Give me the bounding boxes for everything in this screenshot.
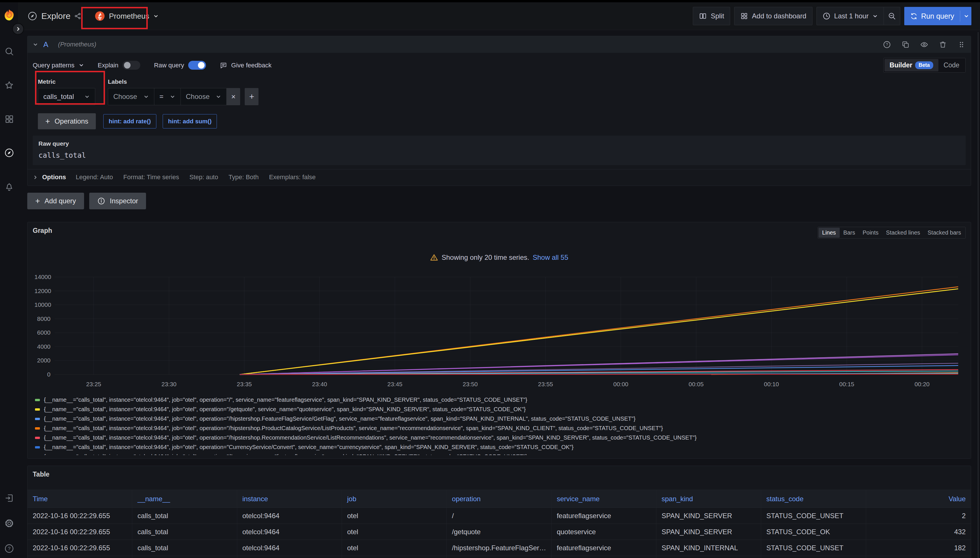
legend-item[interactable]: {__name__="calls_total", instance="otelc… bbox=[35, 452, 966, 455]
grafana-logo[interactable] bbox=[3, 8, 15, 21]
share-shortlink-button[interactable] bbox=[74, 12, 82, 20]
chevron-down-icon bbox=[143, 94, 149, 100]
graph-mode-bars[interactable]: Bars bbox=[840, 228, 859, 238]
time-range-picker[interactable]: Last 1 hour bbox=[817, 7, 884, 25]
options-collapse[interactable]: Options bbox=[33, 174, 66, 181]
gear-icon bbox=[4, 519, 14, 528]
column-header-operation[interactable]: operation bbox=[447, 490, 551, 508]
add-query-button[interactable]: + Add query bbox=[27, 193, 84, 209]
hint-button[interactable]: hint: add rate() bbox=[103, 114, 156, 128]
sidebar-signin-button[interactable] bbox=[4, 493, 14, 503]
builder-mode-tab[interactable]: Builder Beta bbox=[885, 59, 939, 71]
sidebar-dashboards-button[interactable] bbox=[4, 114, 14, 124]
x-axis-tick-label: 00:00 bbox=[608, 381, 634, 388]
time-series-chart[interactable]: 0200040006000800010000120001400023:2523:… bbox=[35, 274, 959, 392]
query-patterns-label: Query patterns bbox=[33, 62, 75, 69]
results-table: Time__name__instancejoboperationservice_… bbox=[28, 490, 971, 558]
graph-mode-points[interactable]: Points bbox=[859, 228, 883, 238]
chevron-down-icon[interactable] bbox=[964, 13, 969, 19]
hide-response-button[interactable] bbox=[920, 40, 928, 49]
code-mode-tab[interactable]: Code bbox=[939, 59, 965, 71]
query-row-actions: ? bbox=[872, 40, 966, 49]
add-to-dashboard-button[interactable]: Add to dashboard bbox=[734, 7, 812, 25]
sidebar-settings-button[interactable] bbox=[4, 519, 14, 528]
explain-toggle[interactable] bbox=[123, 61, 140, 70]
header-left: Explore Prometheus bbox=[28, 8, 163, 24]
duplicate-query-button[interactable] bbox=[901, 40, 910, 49]
legend-item[interactable]: {__name__="calls_total", instance="otelc… bbox=[35, 395, 966, 405]
sign-in-icon bbox=[4, 493, 14, 503]
scrollbar-track[interactable] bbox=[978, 32, 978, 558]
table-cell: quoteservice bbox=[552, 524, 656, 540]
hint-button[interactable]: hint: add sum() bbox=[163, 114, 217, 128]
query-ref-id[interactable]: A bbox=[43, 40, 48, 49]
metric-value: calls_total bbox=[43, 93, 74, 101]
chevron-down-icon bbox=[170, 94, 175, 100]
x-axis-tick-label: 23:55 bbox=[533, 381, 559, 388]
series-limit-warning: Showing only 20 time series. Show all 55 bbox=[28, 253, 971, 261]
top-strip bbox=[0, 0, 980, 2]
table-panel-title: Table bbox=[28, 466, 971, 478]
collapse-chevron-icon[interactable] bbox=[33, 42, 38, 47]
y-axis-tick-label: 0 bbox=[35, 371, 51, 378]
drag-handle[interactable] bbox=[957, 40, 966, 49]
label-value-select[interactable]: Choose bbox=[181, 88, 227, 105]
legend-label: {__name__="calls_total", instance="otelc… bbox=[44, 435, 697, 441]
query-row-header[interactable]: A (Prometheus) ? bbox=[28, 36, 971, 53]
sidebar-help-button[interactable]: ? bbox=[4, 544, 14, 553]
sidebar-starred-button[interactable] bbox=[4, 80, 14, 90]
legend-item[interactable]: {__name__="calls_total", instance="otelc… bbox=[35, 405, 966, 414]
datasource-picker[interactable]: Prometheus bbox=[90, 8, 163, 24]
options-label: Options bbox=[42, 174, 66, 181]
query-toolbar: Query patterns Explain Raw query Give fe… bbox=[28, 53, 971, 74]
zoom-out-time-button[interactable] bbox=[884, 7, 900, 25]
legend-label: {__name__="calls_total", instance="otelc… bbox=[44, 415, 635, 422]
x-axis-tick-label: 23:25 bbox=[81, 381, 107, 388]
split-button[interactable]: Split bbox=[693, 7, 730, 25]
raw-query-toggle[interactable] bbox=[188, 61, 206, 70]
column-header-service-name[interactable]: service_name bbox=[552, 490, 656, 508]
column-header---name--[interactable]: __name__ bbox=[132, 490, 237, 508]
legend-label: {__name__="calls_total", instance="otelc… bbox=[44, 406, 526, 413]
sidebar-expand-button[interactable] bbox=[12, 23, 24, 35]
column-header-time[interactable]: Time bbox=[28, 490, 132, 508]
legend-item[interactable]: {__name__="calls_total", instance="otelc… bbox=[35, 433, 966, 442]
graph-mode-lines[interactable]: Lines bbox=[819, 228, 840, 238]
label-key-select[interactable]: Choose bbox=[108, 88, 154, 105]
column-header-status-code[interactable]: status_code bbox=[761, 490, 866, 508]
add-operation-button[interactable]: + Operations bbox=[38, 113, 96, 129]
table-cell: otelcol:9464 bbox=[237, 524, 342, 540]
y-axis-tick-label: 8000 bbox=[35, 315, 51, 322]
sidebar-search-button[interactable] bbox=[4, 46, 14, 56]
query-help-button[interactable]: ? bbox=[883, 40, 891, 49]
remove-label-filter-button[interactable]: × bbox=[226, 88, 240, 105]
add-label-filter-button[interactable]: + bbox=[245, 88, 258, 105]
x-axis-tick-label: 00:20 bbox=[909, 381, 935, 388]
column-header-value[interactable]: Value bbox=[866, 490, 971, 508]
sidebar: ? bbox=[0, 2, 18, 558]
y-axis-tick-label: 2000 bbox=[35, 357, 51, 364]
column-header-instance[interactable]: instance bbox=[237, 490, 342, 508]
show-all-series-link[interactable]: Show all 55 bbox=[533, 253, 568, 261]
graph-mode-stacked-bars[interactable]: Stacked bars bbox=[924, 228, 965, 238]
query-patterns-dropdown[interactable]: Query patterns bbox=[33, 62, 84, 69]
legend-item[interactable]: {__name__="calls_total", instance="otelc… bbox=[35, 423, 966, 433]
remove-query-button[interactable] bbox=[939, 40, 947, 49]
graph-mode-stacked-lines[interactable]: Stacked lines bbox=[882, 228, 924, 238]
chart-plot-area[interactable] bbox=[54, 274, 958, 380]
labels-field-group: Labels Choose = Cho bbox=[108, 78, 258, 105]
table-cell: otelcol:9464 bbox=[237, 508, 342, 524]
column-header-job[interactable]: job bbox=[342, 490, 447, 508]
run-query-button[interactable]: Run query bbox=[904, 7, 972, 25]
metric-select[interactable]: calls_total bbox=[38, 88, 95, 105]
explain-label: Explain bbox=[98, 62, 118, 69]
column-header-span-kind[interactable]: span_kind bbox=[656, 490, 761, 508]
give-feedback-link[interactable]: Give feedback bbox=[220, 62, 272, 69]
label-operator-select[interactable]: = bbox=[154, 88, 181, 105]
sidebar-explore-button[interactable] bbox=[4, 148, 14, 158]
inspector-button[interactable]: Inspector bbox=[89, 193, 146, 209]
sidebar-alerting-button[interactable] bbox=[4, 182, 14, 192]
legend-item[interactable]: {__name__="calls_total", instance="otelc… bbox=[35, 442, 966, 452]
legend-item[interactable]: {__name__="calls_total", instance="otelc… bbox=[35, 414, 966, 423]
table-cell: featureflagservice bbox=[552, 540, 656, 556]
